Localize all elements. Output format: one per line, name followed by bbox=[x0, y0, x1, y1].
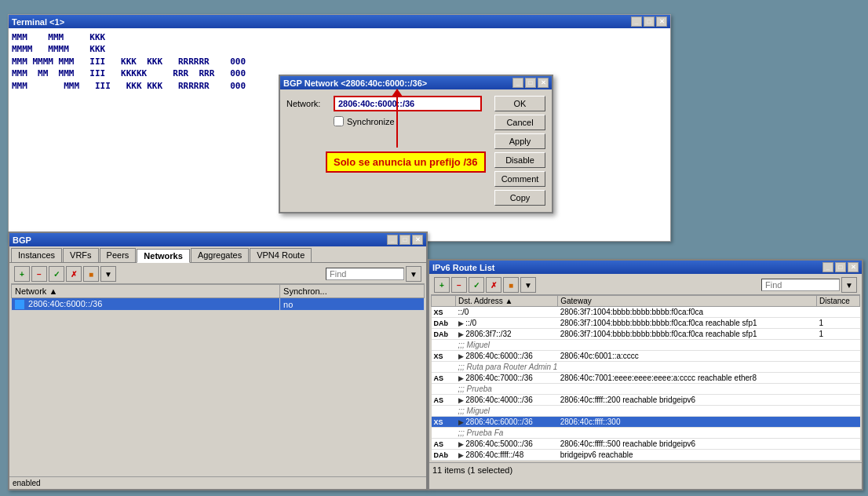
table-row[interactable]: ;;; Prueba Fa bbox=[432, 428, 860, 439]
dialog-minimize-btn[interactable]: _ bbox=[512, 78, 523, 88]
bgp-maximize-btn[interactable]: □ bbox=[399, 235, 410, 245]
table-row[interactable]: DAb ▶ 2806:40c:ffff::/48 bridgeipv6 reac… bbox=[432, 450, 860, 461]
tab-vrfs[interactable]: VRFs bbox=[63, 248, 99, 262]
table-row[interactable]: DAb ▶ ::/0 2806:3f7:1004:bbbb:bbbb:bbbb:… bbox=[432, 318, 860, 329]
dialog-network-input[interactable] bbox=[334, 96, 482, 111]
dialog-title: BGP Network <2806:40c:6000::/36> bbox=[283, 78, 427, 88]
tab-peers[interactable]: Peers bbox=[100, 248, 137, 262]
network-cell: 2806:40c:6000::/36 bbox=[12, 298, 280, 311]
table-row[interactable]: ;;; Prueba bbox=[432, 384, 860, 395]
ipv6-status-bar: 11 items (1 selected) bbox=[429, 462, 862, 476]
bgp-find-input[interactable] bbox=[326, 268, 404, 280]
route-distance-cell bbox=[817, 395, 860, 406]
ipv6-titlebar: IPv6 Route List _ □ ✕ bbox=[429, 261, 862, 274]
route-distance-cell bbox=[817, 439, 860, 450]
dialog-ok-btn[interactable]: OK bbox=[494, 96, 545, 111]
bgp-title: BGP bbox=[13, 235, 31, 245]
dialog-comment-btn[interactable]: Comment bbox=[494, 171, 545, 187]
table-row[interactable]: AS ▶ 2806:40c:7000::/36 2806:40c:7001:ee… bbox=[432, 373, 860, 384]
route-gateway-cell: 2806:3f7:1004:bbbb:bbbb:bbbb:f0ca:f0ca bbox=[558, 307, 817, 318]
expand-btn[interactable]: ▶ bbox=[458, 330, 464, 338]
col-gateway[interactable]: Gateway bbox=[558, 296, 817, 307]
dialog-close-btn[interactable]: ✕ bbox=[538, 78, 549, 88]
ipv6-disable-btn[interactable]: ✗ bbox=[486, 277, 501, 293]
ipv6-close-btn[interactable]: ✕ bbox=[848, 262, 859, 272]
route-gateway-cell: 2806:40c:ffff::200 reachable bridgeipv6 bbox=[558, 395, 817, 406]
col-sync[interactable]: Synchron... bbox=[280, 285, 425, 298]
dialog-apply-btn[interactable]: Apply bbox=[494, 133, 545, 149]
expand-btn[interactable]: ▶ bbox=[458, 352, 464, 360]
ipv6-minimize-btn[interactable]: _ bbox=[822, 262, 833, 272]
tab-instances[interactable]: Instances bbox=[11, 248, 62, 262]
type-badge: DAb bbox=[434, 451, 454, 459]
add-btn[interactable]: + bbox=[14, 266, 30, 282]
terminal-minimize-btn[interactable]: _ bbox=[631, 16, 642, 27]
route-type-cell: DAb bbox=[432, 450, 456, 461]
route-type-cell bbox=[432, 340, 456, 351]
route-comment-cell: ;;; Miguel bbox=[456, 406, 860, 417]
dialog-cancel-btn[interactable]: Cancel bbox=[494, 115, 545, 130]
route-gateway-cell: 2806:40c:7001:eeee:eeee:eeee:a:cccc reac… bbox=[558, 373, 817, 384]
route-type-cell: AS bbox=[432, 395, 456, 406]
table-row[interactable]: XS ▶ 2806:40c:6000::/36 2806:40c:6001::a… bbox=[432, 351, 860, 362]
terminal-maximize-btn[interactable]: □ bbox=[644, 16, 655, 27]
route-dst-cell: ▶ 2806:3f7::/32 bbox=[456, 329, 558, 340]
table-row[interactable]: 2806:40c:6000::/36 no bbox=[12, 298, 425, 311]
table-row[interactable]: AS ▶ 2806:40c:5000::/36 2806:40c:ffff::5… bbox=[432, 439, 860, 450]
find-dropdown-btn[interactable]: ▼ bbox=[406, 266, 421, 282]
ipv6-filter-btn[interactable]: ▼ bbox=[520, 277, 536, 293]
ipv6-add-btn[interactable]: + bbox=[434, 277, 450, 293]
bgp-minimize-btn[interactable]: _ bbox=[387, 235, 398, 245]
tab-aggregates[interactable]: Aggregates bbox=[191, 248, 249, 262]
route-dst-cell: ▶ ::/0 bbox=[456, 318, 558, 329]
ipv6-remove-btn[interactable]: − bbox=[451, 277, 467, 293]
dialog-maximize-btn[interactable]: □ bbox=[525, 78, 536, 88]
ipv6-find-dropdown-btn[interactable]: ▼ bbox=[841, 277, 857, 293]
expand-btn[interactable]: ▶ bbox=[458, 451, 464, 459]
route-table: Dst. Address ▲ Gateway Distance XS ::/0 … bbox=[431, 295, 860, 461]
bgp-titlebar: BGP _ □ ✕ bbox=[9, 233, 426, 246]
route-type-cell: XS bbox=[432, 351, 456, 362]
table-row[interactable]: ;;; Miguel bbox=[432, 406, 860, 417]
table-row[interactable]: XS ▶ 2806:40c:6000::/36 2806:40c:ffff::3… bbox=[432, 417, 860, 428]
expand-btn[interactable]: ▶ bbox=[458, 418, 464, 426]
dialog-sync-checkbox[interactable] bbox=[334, 116, 344, 126]
type-badge: AS bbox=[434, 396, 454, 404]
expand-btn[interactable]: ▶ bbox=[458, 396, 464, 404]
route-dst-cell: ▶ 2806:40c:6000::/36 bbox=[456, 351, 558, 362]
type-badge: XS bbox=[434, 308, 454, 316]
ipv6-copy-btn[interactable]: ■ bbox=[503, 277, 519, 293]
tab-networks[interactable]: Networks bbox=[137, 249, 190, 263]
enable-btn[interactable]: ✓ bbox=[49, 266, 64, 282]
table-row[interactable]: ;;; Ruta para Router Admin 1 bbox=[432, 362, 860, 373]
route-type-cell: XS bbox=[432, 307, 456, 318]
ipv6-toolbar: + − ✓ ✗ ■ ▼ ▼ bbox=[431, 275, 860, 295]
table-row[interactable]: XS ::/0 2806:3f7:1004:bbbb:bbbb:bbbb:f0c… bbox=[432, 307, 860, 318]
col-dst[interactable]: Dst. Address ▲ bbox=[456, 296, 558, 307]
expand-btn[interactable]: ▶ bbox=[458, 319, 464, 327]
disable-btn[interactable]: ✗ bbox=[66, 266, 82, 282]
dialog-disable-btn[interactable]: Disable bbox=[494, 152, 545, 168]
terminal-close-btn[interactable]: ✕ bbox=[656, 16, 667, 27]
ipv6-title: IPv6 Route List bbox=[432, 263, 494, 272]
route-comment-cell: ;;; Ruta para Router Admin 1 bbox=[456, 362, 860, 373]
bgp-close-btn[interactable]: ✕ bbox=[412, 235, 423, 245]
table-row[interactable]: AS ▶ 2806:40c:4000::/36 2806:40c:ffff::2… bbox=[432, 395, 860, 406]
remove-btn[interactable]: − bbox=[31, 266, 47, 282]
table-row[interactable]: ;;; Miguel bbox=[432, 340, 860, 351]
bgp-status-bar: enabled bbox=[9, 476, 426, 489]
filter-btn[interactable]: ▼ bbox=[100, 266, 116, 282]
ipv6-find-input[interactable] bbox=[761, 279, 840, 291]
route-gateway-cell: 2806:40c:6001::a:cccc bbox=[558, 351, 817, 362]
route-distance-cell: 1 bbox=[817, 329, 860, 340]
copy-btn[interactable]: ■ bbox=[83, 266, 99, 282]
dialog-copy-btn[interactable]: Copy bbox=[494, 190, 545, 206]
expand-btn[interactable]: ▶ bbox=[458, 374, 464, 382]
expand-btn[interactable]: ▶ bbox=[458, 440, 464, 448]
ipv6-maximize-btn[interactable]: □ bbox=[835, 262, 846, 272]
tab-vpn4-route[interactable]: VPN4 Route bbox=[250, 248, 312, 262]
col-network[interactable]: Network ▲ bbox=[12, 285, 280, 298]
ipv6-enable-btn[interactable]: ✓ bbox=[469, 277, 484, 293]
table-row[interactable]: DAb ▶ 2806:3f7::/32 2806:3f7:1004:bbbb:b… bbox=[432, 329, 860, 340]
col-distance[interactable]: Distance bbox=[817, 296, 860, 307]
